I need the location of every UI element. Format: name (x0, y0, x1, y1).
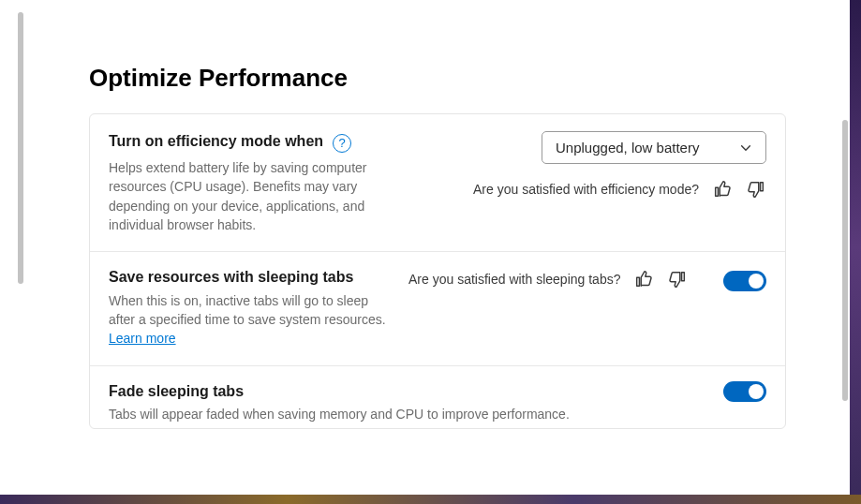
efficiency-mode-left: Turn on efficiency mode when ? Helps ext… (109, 131, 371, 234)
efficiency-mode-right: Unplugged, low battery Are you satisfied… (393, 131, 766, 234)
efficiency-mode-row: Turn on efficiency mode when ? Helps ext… (90, 114, 785, 252)
efficiency-mode-desc: Helps extend battery life by saving comp… (109, 158, 371, 234)
content-area: Optimize Performance Turn on efficiency … (89, 0, 786, 495)
efficiency-feedback: Are you satisfied with efficiency mode? (473, 179, 766, 200)
efficiency-mode-title: Turn on efficiency mode when (109, 131, 323, 152)
sleeping-tabs-title: Save resources with sleeping tabs (109, 269, 353, 285)
thumbs-up-icon[interactable] (633, 269, 654, 289)
efficiency-feedback-question: Are you satisfied with efficiency mode? (473, 182, 699, 197)
sleeping-tabs-feedback-question: Are you satisfied with sleeping tabs? (408, 272, 620, 287)
sleeping-tabs-feedback: Are you satisfied with sleeping tabs? (408, 267, 705, 289)
wallpaper-right-sliver (850, 0, 861, 495)
sleeping-tabs-row: Save resources with sleeping tabs When t… (90, 252, 785, 365)
fade-tabs-control (723, 381, 766, 402)
efficiency-mode-dropdown-value: Unplugged, low battery (556, 140, 699, 156)
fade-tabs-toggle[interactable] (723, 381, 766, 402)
sleeping-tabs-control (723, 267, 766, 291)
settings-page: Optimize Performance Turn on efficiency … (0, 0, 861, 504)
thumbs-down-icon[interactable] (746, 179, 766, 200)
right-scrollbar[interactable] (842, 120, 848, 401)
section-heading: Optimize Performance (89, 64, 786, 93)
thumbs-up-icon[interactable] (712, 179, 733, 200)
sleeping-tabs-left: Save resources with sleeping tabs When t… (109, 267, 390, 348)
thumbs-down-icon[interactable] (667, 269, 688, 289)
chevron-down-icon (739, 141, 752, 155)
wallpaper-bottom-sliver (0, 495, 861, 504)
sleeping-tabs-desc-text: When this is on, inactive tabs will go t… (109, 293, 386, 327)
help-icon[interactable]: ? (333, 134, 351, 153)
fade-tabs-title: Fade sleeping tabs (109, 383, 244, 399)
left-scrollbar[interactable] (18, 12, 23, 284)
performance-card: Turn on efficiency mode when ? Helps ext… (89, 113, 786, 429)
sleeping-tabs-desc: When this is on, inactive tabs will go t… (109, 291, 390, 348)
sleeping-tabs-toggle[interactable] (723, 271, 766, 291)
sleeping-tabs-learn-more-link[interactable]: Learn more (109, 331, 176, 346)
fade-tabs-desc: Tabs will appear faded when saving memor… (109, 405, 705, 423)
fade-tabs-row: Fade sleeping tabs Tabs will appear fade… (90, 366, 785, 428)
efficiency-mode-dropdown[interactable]: Unplugged, low battery (542, 131, 766, 164)
fade-tabs-left: Fade sleeping tabs Tabs will appear fade… (109, 381, 705, 424)
